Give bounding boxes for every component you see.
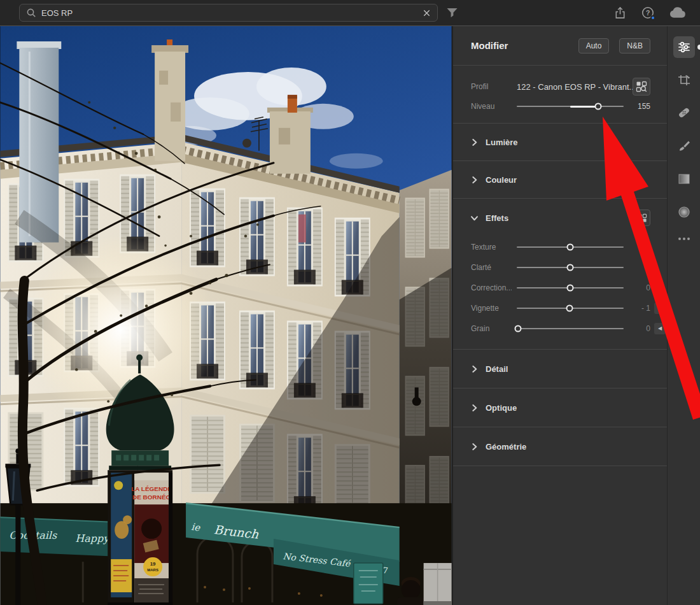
profile-block: Profil 122 - Canon EOS RP - Vibrant... xyxy=(471,66,650,123)
slider-value: - 1 xyxy=(630,304,650,313)
svg-text:MARS: MARS xyxy=(147,568,158,572)
effects-sliders: Texture Clarté 0 xyxy=(471,237,650,349)
chevron-right-icon xyxy=(471,139,478,146)
niveau-row: Niveau 155 xyxy=(471,96,650,117)
section-label: Géométrie xyxy=(486,442,526,452)
section-label: Effets xyxy=(486,213,508,223)
niveau-value: 155 xyxy=(630,102,650,111)
profile-label: Profil xyxy=(471,82,512,91)
vignette-slider[interactable] xyxy=(517,300,624,317)
section-geometrie[interactable]: Géométrie xyxy=(471,427,650,466)
slider-label: Grain xyxy=(471,324,512,333)
profile-value[interactable]: 122 - Canon EOS RP - Vibrant... xyxy=(517,82,633,92)
brush-icon[interactable] xyxy=(673,135,695,157)
crop-icon[interactable] xyxy=(673,69,695,91)
section-lumiere[interactable]: Lumière xyxy=(471,124,650,160)
photo-scene: Cocktails Happy Ho ie Brunch No Stress C… xyxy=(0,26,452,605)
slider-row-clarte: Clarté 0 xyxy=(471,257,650,278)
lightroom-window: ? xyxy=(0,0,700,605)
slider-row-vignette: Vignette - 1 ◀ xyxy=(471,298,650,318)
help-icon[interactable]: ? xyxy=(641,6,655,20)
niveau-slider-handle[interactable] xyxy=(594,103,601,110)
svg-text:DE BORNÉO: DE BORNÉO xyxy=(132,494,171,501)
section-detail[interactable]: Détail xyxy=(471,350,650,388)
cloud-sync-icon[interactable] xyxy=(669,6,687,19)
svg-text:19: 19 xyxy=(150,561,156,567)
section-label: Lumière xyxy=(486,138,518,147)
slider-value: 0 xyxy=(630,283,650,292)
tool-rail xyxy=(667,26,700,605)
correction-slider[interactable] xyxy=(517,280,624,296)
slider-label: Texture xyxy=(471,243,512,252)
auto-button[interactable]: Auto xyxy=(578,38,610,53)
search-field[interactable] xyxy=(19,4,438,22)
edit-sliders-icon[interactable] xyxy=(673,36,695,58)
linear-gradient-icon[interactable] xyxy=(673,168,695,190)
clear-search-icon[interactable] xyxy=(423,9,431,17)
chevron-right-icon xyxy=(471,404,478,411)
edit-panel: Modifier Auto N&B Profil 122 - Canon EOS… xyxy=(452,26,667,605)
slider-row-correction: Correction... 0 xyxy=(471,278,650,298)
radial-gradient-icon[interactable] xyxy=(673,201,695,223)
clarte-slider-handle[interactable] xyxy=(567,264,574,271)
niveau-slider[interactable] xyxy=(517,98,624,115)
section-label: Détail xyxy=(486,364,508,374)
chevron-right-icon xyxy=(471,443,478,450)
texture-slider-handle[interactable] xyxy=(567,244,574,251)
slider-label: Correction... xyxy=(471,283,512,292)
slider-row-grain: Grain 0 ◀ xyxy=(471,318,650,339)
panel-header: Modifier Auto N&B xyxy=(471,26,650,65)
grain-slider-handle[interactable] xyxy=(514,325,521,332)
correction-slider-handle[interactable] xyxy=(567,285,574,292)
grain-slider[interactable] xyxy=(517,320,624,337)
more-tools-icon[interactable] xyxy=(673,231,695,246)
truck xyxy=(424,563,452,605)
section-label: Couleur xyxy=(486,175,517,185)
panel-title: Modifier xyxy=(471,40,508,51)
chevron-down-icon xyxy=(471,215,478,222)
photo-canvas[interactable]: Cocktails Happy Ho ie Brunch No Stress C… xyxy=(0,26,452,605)
search-icon xyxy=(26,8,36,18)
svg-text:LA LÉGENDE: LA LÉGENDE xyxy=(131,485,172,492)
section-label: Optique xyxy=(486,403,517,413)
section-optique[interactable]: Optique xyxy=(471,388,650,427)
section-couleur[interactable]: Couleur xyxy=(471,161,650,198)
effects-presets-button[interactable] xyxy=(634,210,650,226)
vignette-expand-button[interactable]: ◀ xyxy=(654,302,666,314)
divider xyxy=(453,466,667,466)
bw-button[interactable]: N&B xyxy=(619,38,650,53)
share-icon[interactable] xyxy=(613,6,627,20)
svg-text:?: ? xyxy=(646,9,650,17)
healing-brush-icon[interactable] xyxy=(673,102,695,124)
vignette-slider-handle[interactable] xyxy=(566,305,573,312)
clarte-slider[interactable] xyxy=(517,259,624,276)
slider-row-texture: Texture xyxy=(471,237,650,257)
grain-expand-button[interactable]: ◀ xyxy=(654,323,666,334)
hanging-sign xyxy=(354,563,383,604)
chevron-right-icon xyxy=(471,176,478,183)
panel-edge-dot xyxy=(697,45,700,50)
filter-icon[interactable] xyxy=(446,7,458,18)
slider-label: Vignette xyxy=(471,304,512,313)
niveau-label: Niveau xyxy=(471,102,512,111)
top-bar: ? xyxy=(0,0,700,25)
section-effets[interactable]: Effets xyxy=(471,199,650,237)
search-input[interactable] xyxy=(41,8,423,18)
slider-value: 0 xyxy=(630,263,650,272)
texture-slider[interactable] xyxy=(517,239,624,255)
slider-label: Clarté xyxy=(471,263,512,272)
chevron-right-icon xyxy=(471,366,478,373)
profile-browse-button[interactable] xyxy=(633,78,650,96)
notification-dot xyxy=(650,15,655,20)
slider-value: 0 xyxy=(630,324,650,333)
